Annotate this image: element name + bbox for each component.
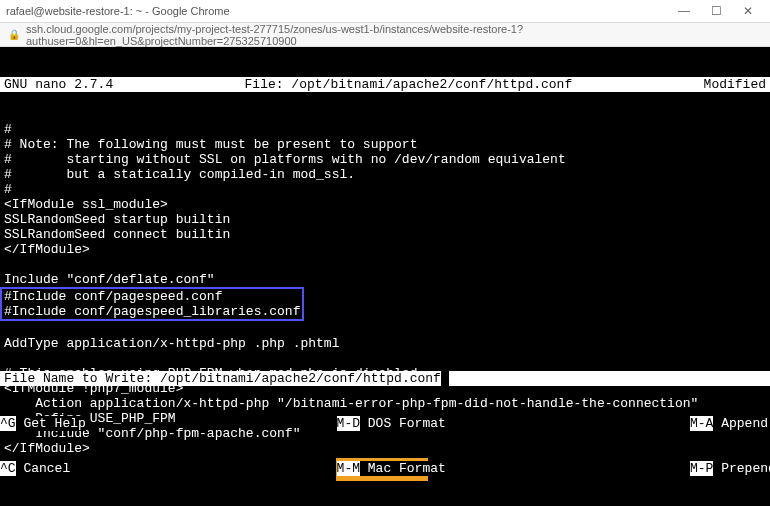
window-title: rafael@website-restore-1: ~ - Google Chr… — [6, 5, 230, 17]
label-cancel: Cancel — [16, 461, 71, 476]
label-append: Append — [713, 416, 768, 431]
nano-footer-row2: ^C Cancel M-M Mac Format M-P Prepend — [0, 461, 770, 476]
prompt-value[interactable]: /opt/bitnami/apache2/conf/httpd.conf — [160, 371, 441, 386]
key-help[interactable]: ^G — [0, 416, 16, 431]
key-dos[interactable]: M-D — [337, 416, 360, 431]
key-mac[interactable]: M-M — [337, 461, 360, 476]
maximize-button[interactable]: ☐ — [700, 0, 732, 22]
nano-version: GNU nano 2.7.4 — [4, 77, 113, 92]
prompt-label: File Name to Write: — [4, 371, 152, 386]
label-help: Get Help — [16, 416, 86, 431]
nano-header: GNU nano 2.7.4 File: /opt/bitnami/apache… — [0, 77, 770, 92]
address-bar[interactable]: 🔒 ssh.cloud.google.com/projects/my-proje… — [0, 23, 770, 47]
key-cancel[interactable]: ^C — [0, 461, 16, 476]
file-name-prompt: File Name to Write: /opt/bitnami/apache2… — [0, 371, 770, 386]
highlighted-lines: #Include conf/pagespeed.conf #Include co… — [0, 287, 304, 321]
key-append[interactable]: M-A — [690, 416, 713, 431]
key-prepend[interactable]: M-P — [690, 461, 713, 476]
label-dos: DOS Format — [360, 416, 446, 431]
nano-modified: Modified — [704, 77, 766, 92]
browser-titlebar: rafael@website-restore-1: ~ - Google Chr… — [0, 0, 770, 23]
label-mac: Mac Format — [360, 461, 446, 476]
terminal[interactable]: GNU nano 2.7.4 File: /opt/bitnami/apache… — [0, 47, 770, 506]
nano-footer: ^G Get Help M-D DOS Format M-A Append — [0, 416, 770, 431]
lock-icon: 🔒 — [8, 29, 20, 40]
nano-file-label: File: /opt/bitnami/apache2/conf/httpd.co… — [113, 77, 703, 92]
label-prepend: Prepend — [713, 461, 770, 476]
file-content-top: # # Note: The following must must be pre… — [4, 122, 566, 287]
cursor: _ — [441, 371, 449, 386]
close-button[interactable]: ✕ — [732, 0, 764, 22]
minimize-button[interactable]: — — [668, 0, 700, 22]
url-text: ssh.cloud.google.com/projects/my-project… — [26, 23, 762, 47]
